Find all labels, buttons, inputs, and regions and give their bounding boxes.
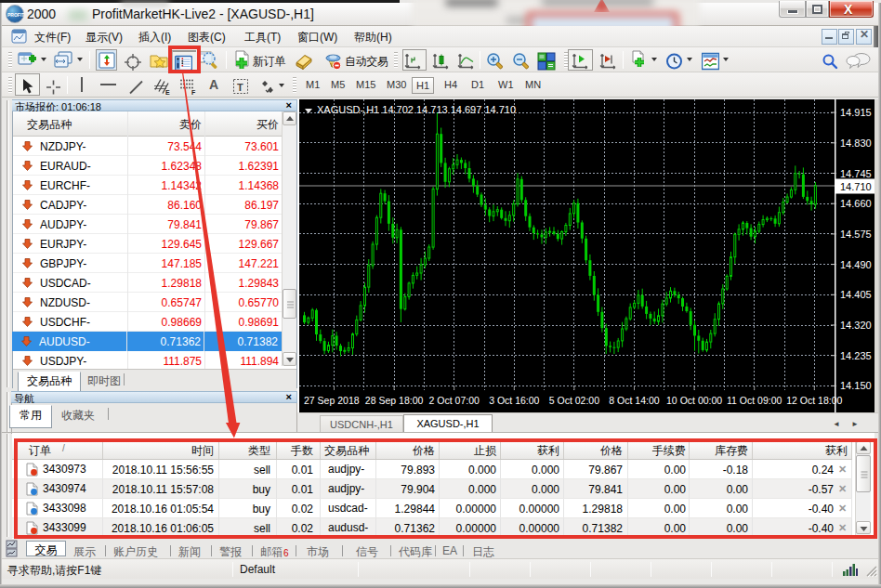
svg-text:2 Oct 07:00: 2 Oct 07:00 bbox=[429, 395, 480, 406]
svg-text:14.405: 14.405 bbox=[840, 289, 872, 300]
svg-text:5 Oct 02:00: 5 Oct 02:00 bbox=[549, 395, 599, 406]
svg-text:27 Sep 2018: 27 Sep 2018 bbox=[304, 395, 360, 406]
svg-text:14.660: 14.660 bbox=[840, 198, 872, 209]
svg-text:E: E bbox=[165, 89, 170, 96]
svg-text:14.710: 14.710 bbox=[840, 181, 872, 192]
svg-text:8 Oct 14:00: 8 Oct 14:00 bbox=[609, 395, 659, 406]
svg-text:14.745: 14.745 bbox=[840, 168, 872, 179]
svg-text:14.915: 14.915 bbox=[840, 107, 872, 118]
svg-text:XAGUSD-,H1 14.702 14.713 14.6: XAGUSD-,H1 14.702 14.713 14.697 14.710 bbox=[317, 104, 516, 115]
svg-text:14.150: 14.150 bbox=[840, 380, 872, 391]
svg-text:T: T bbox=[237, 82, 243, 93]
svg-text:14.490: 14.490 bbox=[840, 259, 872, 270]
svg-text:14.830: 14.830 bbox=[840, 137, 872, 149]
svg-text:14.235: 14.235 bbox=[840, 350, 872, 361]
svg-text:14.575: 14.575 bbox=[840, 229, 872, 240]
svg-text:3 Oct 16:00: 3 Oct 16:00 bbox=[489, 395, 539, 406]
svg-text:11 Oct 09:00: 11 Oct 09:00 bbox=[727, 395, 782, 406]
svg-text:28 Sep 18:00: 28 Sep 18:00 bbox=[365, 395, 424, 406]
svg-text:10 Oct 00:00: 10 Oct 00:00 bbox=[666, 395, 722, 406]
svg-text:12 Oct 18:00: 12 Oct 18:00 bbox=[786, 395, 842, 406]
svg-text:14.320: 14.320 bbox=[840, 320, 872, 331]
svg-text:F: F bbox=[191, 89, 196, 96]
